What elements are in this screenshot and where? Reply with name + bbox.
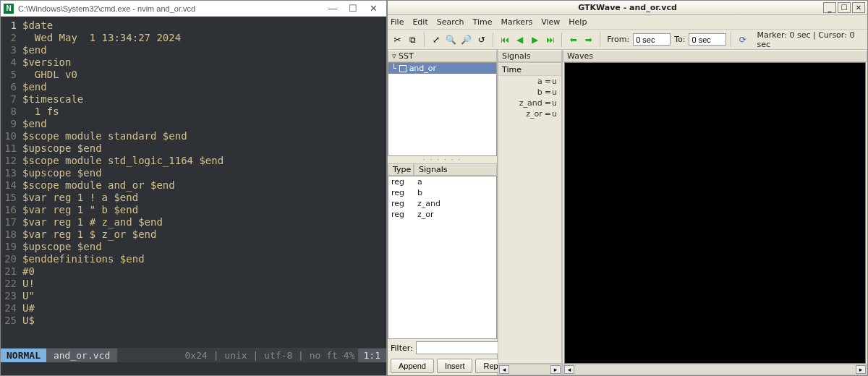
line-number: 25: [1, 315, 22, 327]
nvim-logo-icon: N: [4, 4, 14, 14]
gtk-maximize-icon[interactable]: ☐: [838, 2, 851, 13]
sigval-row[interactable]: a=u: [498, 76, 561, 87]
code-line[interactable]: 13$upscope $end: [1, 167, 386, 179]
append-button[interactable]: Append: [391, 359, 434, 373]
code-line[interactable]: 10$scope module standard $end: [1, 130, 386, 142]
insert-button[interactable]: Insert: [437, 359, 473, 373]
marker-status: Marker: 0 sec | Cursor: 0 sec: [757, 30, 864, 49]
line-number: 9: [1, 118, 22, 130]
code-line[interactable]: 1$date: [1, 20, 386, 32]
minimize-icon[interactable]: —: [323, 2, 343, 15]
nvim-cmdline[interactable]: [1, 362, 386, 375]
code-line[interactable]: 14$scope module and_or $end: [1, 179, 386, 192]
code-line[interactable]: 7$timescale: [1, 93, 386, 106]
gtk-minimize-icon[interactable]: _: [823, 2, 836, 13]
code-line[interactable]: 2 Wed May 1 13:34:27 2024: [1, 32, 386, 44]
hscrollbar[interactable]: ◂ ▸: [498, 364, 562, 375]
gtk-close-icon[interactable]: ✕: [852, 2, 865, 13]
code-line[interactable]: 11$upscope $end: [1, 142, 386, 155]
refresh-icon[interactable]: ⟳: [736, 33, 749, 47]
signal-row[interactable]: rega: [388, 176, 496, 187]
code-line[interactable]: 8 1 fs: [1, 106, 386, 118]
signal-type: reg: [391, 199, 410, 208]
code-line[interactable]: 21#0: [1, 265, 386, 278]
code-line[interactable]: 16$var reg 1 " b $end: [1, 204, 386, 216]
menu-markers[interactable]: Markers: [501, 17, 532, 27]
code-line[interactable]: 22U!: [1, 278, 386, 290]
waves-header: Waves: [563, 50, 867, 62]
seek-next-icon[interactable]: ▶: [528, 33, 542, 47]
to-label: To:: [674, 35, 685, 44]
code-line[interactable]: 12$scope module std_logic_1164 $end: [1, 155, 386, 167]
code-line[interactable]: 5 GHDL v0: [1, 69, 386, 81]
menu-file[interactable]: File: [391, 17, 404, 27]
menu-time[interactable]: Time: [473, 17, 493, 27]
code-line[interactable]: 24U#: [1, 302, 386, 315]
from-label: From:: [607, 35, 629, 44]
code-line[interactable]: 4$version: [1, 56, 386, 69]
copy-icon[interactable]: ⧉: [406, 33, 420, 47]
zoom-out-icon[interactable]: 🔎: [459, 33, 473, 47]
from-input[interactable]: [633, 33, 671, 46]
wave-scroll-left-icon[interactable]: ◂: [564, 365, 574, 374]
code-line[interactable]: 9$end: [1, 118, 386, 130]
zoom-fit-icon[interactable]: ⤢: [429, 33, 443, 47]
code-line[interactable]: 25U$: [1, 315, 386, 327]
zoom-in-icon[interactable]: 🔍: [444, 33, 458, 47]
wave-hscrollbar[interactable]: ◂ ▸: [563, 364, 867, 375]
editor-body[interactable]: 1$date2 Wed May 1 13:34:27 20243$end4$ve…: [1, 17, 386, 348]
signal-row[interactable]: regb: [388, 187, 496, 198]
scroll-left-icon[interactable]: ◂: [499, 365, 509, 374]
code-text: $date: [22, 20, 53, 32]
code-text: $end: [22, 81, 47, 93]
wave-canvas[interactable]: [564, 62, 866, 364]
gtk-menubar: FileEditSearchTimeMarkersViewHelp: [388, 15, 867, 30]
line-number: 19: [1, 241, 22, 253]
sig-table-header: Type Signals: [388, 163, 497, 176]
sigval-row[interactable]: z_or=u: [498, 108, 561, 119]
line-number: 10: [1, 130, 22, 142]
type-col-header[interactable]: Type: [388, 163, 414, 176]
code-line[interactable]: 6$end: [1, 81, 386, 93]
code-line[interactable]: 15$var reg 1 ! a $end: [1, 192, 386, 204]
scroll-right-icon[interactable]: ▸: [550, 365, 561, 374]
seek-end-icon[interactable]: ⏭: [543, 33, 557, 47]
sst-tree[interactable]: └ and_or: [388, 62, 497, 156]
code-text: U!: [22, 278, 35, 290]
menu-search[interactable]: Search: [437, 17, 464, 27]
menu-view[interactable]: View: [541, 17, 560, 27]
code-line[interactable]: 17$var reg 1 # z_and $end: [1, 216, 386, 228]
sigval-row[interactable]: z_and=u: [498, 98, 561, 108]
code-line[interactable]: 20$enddefinitions $end: [1, 253, 386, 265]
close-icon[interactable]: ✕: [363, 2, 383, 15]
sash-handle[interactable]: · · · · · ·: [388, 156, 497, 163]
signal-row[interactable]: regz_or: [388, 209, 496, 220]
zoom-undo-icon[interactable]: ↺: [475, 33, 488, 47]
code-text: U": [22, 290, 35, 302]
sigval-row[interactable]: b=u: [498, 87, 561, 98]
time-label: Time: [498, 64, 561, 76]
seek-start-icon[interactable]: ⏮: [498, 33, 511, 47]
maximize-icon[interactable]: ☐: [343, 2, 363, 15]
code-text: $var reg 1 " b $end: [22, 204, 138, 216]
code-line[interactable]: 3$end: [1, 44, 386, 56]
line-number: 7: [1, 93, 22, 106]
sst-root-item[interactable]: └ and_or: [388, 63, 496, 74]
cut-icon[interactable]: ✂: [391, 33, 404, 47]
menu-edit[interactable]: Edit: [412, 17, 427, 27]
code-line[interactable]: 18$var reg 1 $ z_or $end: [1, 228, 386, 241]
wave-scroll-right-icon[interactable]: ▸: [856, 365, 866, 374]
signal-row[interactable]: regz_and: [388, 198, 496, 209]
code-line[interactable]: 19$upscope $end: [1, 241, 386, 253]
nav-fwd-icon[interactable]: ➡: [582, 33, 595, 47]
signals-col-header[interactable]: Signals: [414, 163, 497, 176]
code-line[interactable]: 23U": [1, 290, 386, 302]
menu-help[interactable]: Help: [569, 17, 587, 27]
to-input[interactable]: [689, 33, 726, 46]
seek-prev-icon[interactable]: ◀: [513, 33, 527, 47]
signal-values[interactable]: Time a=ub=uz_and=uz_or=u: [498, 62, 562, 364]
signals-table[interactable]: regaregbregz_andregz_or: [388, 176, 497, 339]
nav-back-icon[interactable]: ⬅: [566, 33, 580, 47]
code-text: U#: [22, 302, 35, 315]
line-number: 6: [1, 81, 22, 93]
